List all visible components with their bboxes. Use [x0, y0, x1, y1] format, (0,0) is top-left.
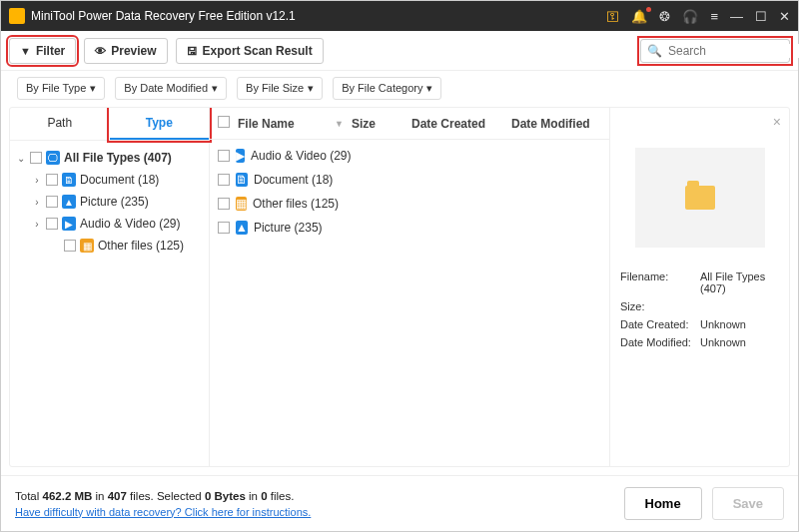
checkbox[interactable]: [46, 196, 58, 208]
maximize-icon[interactable]: ☐: [755, 9, 767, 24]
main-area: Path Type ⌄ 🖵 All File Types (407) › 🗎 D…: [9, 107, 790, 467]
export-label: Export Scan Result: [203, 44, 313, 58]
footer-actions: Home Save: [624, 487, 785, 520]
filename-value: All File Types (407): [700, 270, 779, 294]
search-input[interactable]: [668, 44, 799, 58]
tree-item-label: Other files (125): [98, 239, 184, 253]
dd-date-modified[interactable]: By Date Modified▾: [115, 77, 227, 100]
close-details-icon[interactable]: ×: [773, 114, 781, 130]
monitor-icon: 🖵: [46, 151, 60, 165]
col-date-modified[interactable]: Date Modified: [511, 117, 601, 131]
export-button[interactable]: 🖫 Export Scan Result: [176, 38, 324, 64]
col-date-created[interactable]: Date Created: [411, 117, 511, 131]
file-label: Picture (235): [254, 221, 323, 235]
list-item[interactable]: ▦ Other files (125): [218, 192, 601, 216]
dd-file-size[interactable]: By File Size▾: [237, 77, 323, 100]
key-icon[interactable]: ⚿: [606, 9, 619, 24]
size-value: [700, 300, 779, 312]
tab-type[interactable]: Type: [110, 108, 210, 140]
bell-icon[interactable]: 🔔: [631, 9, 647, 24]
created-key: Date Created:: [620, 318, 700, 330]
center-pane: File Name▼ Size Date Created Date Modifi…: [210, 108, 609, 466]
tree-item-other[interactable]: ▦ Other files (125): [14, 235, 205, 257]
checkbox[interactable]: [64, 240, 76, 252]
caret-right-icon: ›: [32, 197, 42, 208]
globe-icon[interactable]: ❂: [659, 9, 670, 24]
list-item[interactable]: 🗎 Document (18): [218, 168, 601, 192]
filter-bar: By File Type▾ By Date Modified▾ By File …: [1, 71, 798, 105]
checkbox[interactable]: [46, 218, 58, 230]
sort-desc-icon: ▼: [335, 119, 344, 129]
play-icon: ▶: [62, 217, 76, 231]
menu-icon[interactable]: ≡: [710, 9, 718, 24]
chevron-down-icon: ▾: [426, 82, 432, 95]
picture-icon: ▲: [236, 221, 248, 235]
help-link[interactable]: Have difficulty with data recovery? Clic…: [15, 506, 311, 518]
funnel-icon: ▼: [20, 45, 31, 57]
tree-item-document[interactable]: › 🗎 Document (18): [14, 169, 205, 191]
save-button[interactable]: Save: [712, 487, 784, 520]
list-item[interactable]: ▲ Picture (235): [218, 216, 601, 240]
left-pane: Path Type ⌄ 🖵 All File Types (407) › 🗎 D…: [10, 108, 210, 466]
caret-right-icon: ›: [32, 219, 42, 230]
folder-icon: ▦: [80, 239, 94, 253]
document-icon: 🗎: [236, 173, 248, 187]
tree-item-picture[interactable]: › ▲ Picture (235): [14, 191, 205, 213]
col-size[interactable]: Size: [352, 117, 411, 131]
footer: Total 462.2 MB in 407 files. Selected 0 …: [1, 475, 798, 531]
filter-button[interactable]: ▼ Filter: [9, 38, 76, 64]
play-icon: ▶: [236, 149, 245, 163]
chevron-down-icon: ▾: [212, 82, 218, 95]
window-title: MiniTool Power Data Recovery Free Editio…: [31, 9, 606, 23]
home-button[interactable]: Home: [624, 487, 702, 520]
dd-file-type[interactable]: By File Type▾: [17, 77, 105, 100]
app-window: MiniTool Power Data Recovery Free Editio…: [0, 0, 799, 532]
checkbox[interactable]: [218, 150, 230, 162]
export-icon: 🖫: [187, 45, 198, 57]
folder-icon: ▦: [236, 197, 247, 211]
eye-icon: 👁: [95, 45, 106, 57]
modified-value: Unknown: [700, 336, 779, 348]
titlebar: MiniTool Power Data Recovery Free Editio…: [1, 1, 798, 31]
file-label: Document (18): [254, 173, 333, 187]
headset-icon[interactable]: 🎧: [682, 9, 698, 24]
list-item[interactable]: ▶ Audio & Video (29): [218, 144, 601, 168]
caret-down-icon: ⌄: [16, 153, 26, 164]
checkbox[interactable]: [218, 198, 230, 210]
dd-file-category[interactable]: By File Category▾: [333, 77, 441, 100]
minimize-icon[interactable]: —: [730, 9, 743, 24]
toolbar: ▼ Filter 👁 Preview 🖫 Export Scan Result …: [1, 31, 798, 71]
chevron-down-icon: ▾: [308, 82, 314, 95]
close-icon[interactable]: ✕: [779, 9, 790, 24]
tree-root-label: All File Types (407): [64, 151, 172, 165]
titlebar-controls: ⚿ 🔔 ❂ 🎧 ≡ — ☐ ✕: [606, 9, 790, 24]
folder-icon: [685, 186, 715, 210]
checkbox[interactable]: [30, 152, 42, 164]
search-input-container[interactable]: 🔍: [640, 39, 790, 63]
preview-thumbnail: [635, 148, 765, 248]
filename-key: Filename:: [620, 270, 700, 294]
document-icon: 🗎: [62, 173, 76, 187]
checkbox[interactable]: [218, 174, 230, 186]
col-filename[interactable]: File Name: [238, 117, 295, 131]
tree-item-label: Audio & Video (29): [80, 217, 181, 231]
tree-root[interactable]: ⌄ 🖵 All File Types (407): [14, 147, 205, 169]
checkbox-all[interactable]: [218, 116, 230, 128]
checkbox[interactable]: [218, 222, 230, 234]
tree-item-label: Document (18): [80, 173, 159, 187]
type-tree: ⌄ 🖵 All File Types (407) › 🗎 Document (1…: [10, 141, 209, 263]
preview-label: Preview: [111, 44, 156, 58]
filter-label: Filter: [36, 44, 65, 58]
preview-button[interactable]: 👁 Preview: [84, 38, 167, 64]
search-wrap: 🔍: [640, 39, 790, 63]
caret-right-icon: ›: [32, 175, 42, 186]
tree-item-audiovideo[interactable]: › ▶ Audio & Video (29): [14, 213, 205, 235]
app-logo-icon: [9, 8, 25, 24]
left-tabs: Path Type: [10, 108, 209, 141]
modified-key: Date Modified:: [620, 336, 700, 348]
size-key: Size:: [620, 300, 700, 312]
list-header: File Name▼ Size Date Created Date Modifi…: [210, 108, 609, 140]
checkbox[interactable]: [46, 174, 58, 186]
tab-path[interactable]: Path: [10, 108, 110, 140]
file-label: Other files (125): [253, 197, 339, 211]
